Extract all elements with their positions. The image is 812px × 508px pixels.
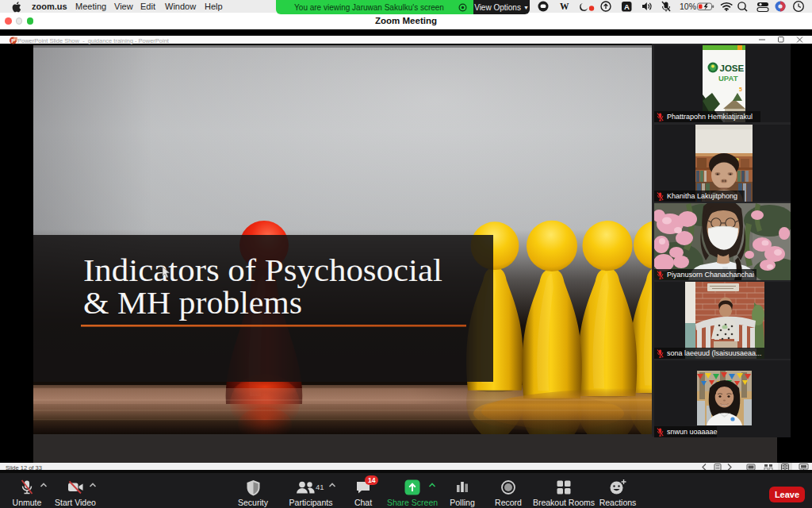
svg-text:W: W (560, 2, 569, 11)
svg-text:Indicators of Psychosocial: Indicators of Psychosocial (83, 252, 442, 288)
svg-text:10%: 10% (680, 2, 696, 11)
svg-text:UPAT: UPAT (718, 74, 738, 83)
svg-text:& MH problems: & MH problems (83, 285, 302, 321)
svg-text:A: A (624, 2, 630, 11)
svg-text:5: 5 (739, 87, 742, 92)
svg-text:JOSE: JOSE (720, 64, 745, 73)
svg-text:P: P (11, 37, 15, 43)
svg-text:41: 41 (316, 483, 324, 491)
